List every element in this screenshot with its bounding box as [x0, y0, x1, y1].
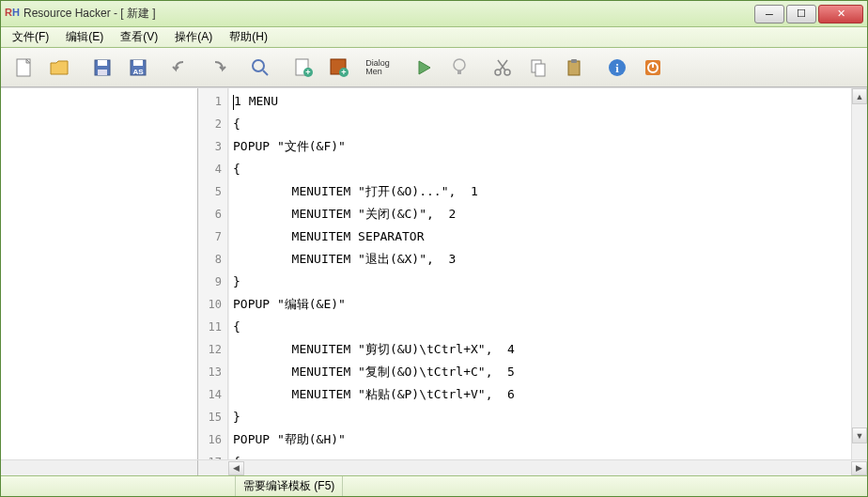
- svg-line-9: [263, 70, 268, 75]
- open-file-button[interactable]: [42, 51, 76, 85]
- scroll-left-arrow-icon[interactable]: ◀: [228, 461, 244, 475]
- line-number: 7: [198, 225, 227, 248]
- code-line[interactable]: POPUP "文件(&F)": [233, 135, 847, 158]
- paste-button[interactable]: [557, 51, 591, 85]
- code-line[interactable]: }: [233, 271, 847, 293]
- line-number: 10: [198, 293, 227, 316]
- window-controls: ─ ☐ ✕: [754, 5, 863, 23]
- search-button[interactable]: [243, 51, 277, 85]
- code-line[interactable]: MENUITEM SEPARATOR: [233, 225, 847, 248]
- line-number: 4: [198, 158, 227, 180]
- undo-button[interactable]: [164, 51, 198, 85]
- svg-rect-24: [535, 64, 545, 76]
- line-number: 6: [198, 203, 227, 225]
- code-line[interactable]: POPUP "帮助(&H)": [233, 428, 847, 451]
- line-number: 11: [198, 316, 227, 338]
- copy-button[interactable]: [521, 51, 555, 85]
- vertical-scrollbar[interactable]: ▲ ▼: [851, 88, 867, 459]
- line-number: 5: [198, 180, 227, 203]
- resize-grip[interactable]: [852, 443, 867, 459]
- line-number: 13: [198, 361, 227, 383]
- minimize-button[interactable]: ─: [754, 5, 784, 23]
- client-area: 1234567891011121314151617 1 MENU{POPUP "…: [1, 87, 867, 459]
- resource-tree-pane[interactable]: [1, 88, 198, 459]
- scroll-down-arrow-icon[interactable]: ▼: [852, 427, 867, 443]
- toolbar: AS + + Dialog Men i: [1, 48, 867, 87]
- info-button[interactable]: i: [600, 51, 634, 85]
- line-number: 14: [198, 383, 227, 406]
- redo-button[interactable]: [200, 51, 234, 85]
- svg-text:AS: AS: [132, 68, 144, 76]
- svg-point-17: [454, 59, 465, 70]
- line-gutter: 1234567891011121314151617: [198, 88, 228, 459]
- code-line[interactable]: MENUITEM "剪切(&U)\tCtrl+X", 4: [233, 338, 847, 361]
- svg-text:+: +: [341, 68, 346, 77]
- line-number: 2: [198, 113, 227, 135]
- code-line[interactable]: MENUITEM "关闭(&C)", 2: [233, 203, 847, 225]
- menu-view[interactable]: 查看(V): [113, 27, 165, 47]
- svg-rect-6: [133, 60, 143, 66]
- menu-help[interactable]: 帮助(H): [222, 27, 275, 47]
- status-cell-empty: [1, 476, 236, 496]
- svg-rect-3: [98, 60, 107, 66]
- code-line[interactable]: 1 MENU: [233, 90, 847, 113]
- code-line[interactable]: MENUITEM "退出(&X)", 3: [233, 248, 847, 271]
- add-script-button[interactable]: +: [287, 51, 320, 85]
- horizontal-scrollbar-row: ◀ ▶: [1, 459, 867, 475]
- app-icon: RH: [5, 7, 20, 22]
- menu-action[interactable]: 操作(A): [167, 27, 220, 47]
- code-line[interactable]: {: [233, 316, 847, 338]
- menu-file[interactable]: 文件(F): [5, 27, 56, 47]
- svg-text:+: +: [305, 68, 310, 77]
- cut-button[interactable]: [486, 51, 519, 85]
- code-editor[interactable]: 1 MENU{POPUP "文件(&F)"{ MENUITEM "打开(&O).…: [228, 88, 851, 459]
- svg-text:i: i: [615, 61, 619, 75]
- save-button[interactable]: [85, 51, 119, 85]
- line-number: 8: [198, 248, 227, 271]
- scroll-right-arrow-icon[interactable]: ▶: [851, 461, 867, 475]
- code-line[interactable]: MENUITEM "复制(&O)\tCtrl+C", 5: [233, 361, 847, 383]
- svg-rect-18: [457, 70, 461, 74]
- horizontal-scrollbar[interactable]: ◀ ▶: [228, 460, 867, 475]
- code-line[interactable]: {: [233, 158, 847, 180]
- hint-button[interactable]: [442, 51, 476, 85]
- line-number: 9: [198, 271, 227, 293]
- code-line[interactable]: }: [233, 406, 847, 428]
- new-file-button[interactable]: [7, 51, 40, 85]
- code-line[interactable]: MENUITEM "打开(&O)...", 1: [233, 180, 847, 203]
- line-number: 1: [198, 90, 227, 113]
- svg-point-8: [253, 60, 264, 71]
- menubar: 文件(F) 编辑(E) 查看(V) 操作(A) 帮助(H): [1, 27, 867, 48]
- save-as-button[interactable]: AS: [121, 51, 155, 85]
- close-button[interactable]: ✕: [818, 5, 863, 23]
- line-number: 12: [198, 338, 227, 361]
- line-number: 3: [198, 135, 227, 158]
- status-text: 需要编译模板 (F5): [236, 476, 343, 496]
- dialog-menu-button[interactable]: Dialog Men: [358, 51, 397, 85]
- editor-pane: 1234567891011121314151617 1 MENU{POPUP "…: [198, 88, 867, 459]
- maximize-button[interactable]: ☐: [786, 5, 816, 23]
- code-line[interactable]: {: [233, 451, 847, 459]
- svg-marker-16: [419, 61, 430, 74]
- code-line[interactable]: {: [233, 113, 847, 135]
- statusbar: 需要编译模板 (F5): [1, 475, 867, 496]
- scroll-up-arrow-icon[interactable]: ▲: [852, 88, 867, 104]
- compile-button[interactable]: [407, 51, 441, 85]
- titlebar[interactable]: RH Resource Hacker - [ 新建 ] ─ ☐ ✕: [1, 1, 867, 27]
- menu-edit[interactable]: 编辑(E): [58, 27, 111, 47]
- window-title: Resource Hacker - [ 新建 ]: [23, 6, 754, 22]
- svg-rect-4: [98, 70, 107, 75]
- add-binary-button[interactable]: +: [322, 51, 356, 85]
- line-number: 15: [198, 406, 227, 428]
- app-window: RH Resource Hacker - [ 新建 ] ─ ☐ ✕ 文件(F) …: [0, 0, 868, 497]
- code-line[interactable]: POPUP "编辑(&E)": [233, 293, 847, 316]
- svg-rect-26: [571, 59, 577, 63]
- code-line[interactable]: MENUITEM "粘贴(&P)\tCtrl+V", 6: [233, 383, 847, 406]
- power-button[interactable]: [636, 51, 670, 85]
- line-number: 16: [198, 428, 227, 451]
- svg-rect-25: [568, 61, 580, 75]
